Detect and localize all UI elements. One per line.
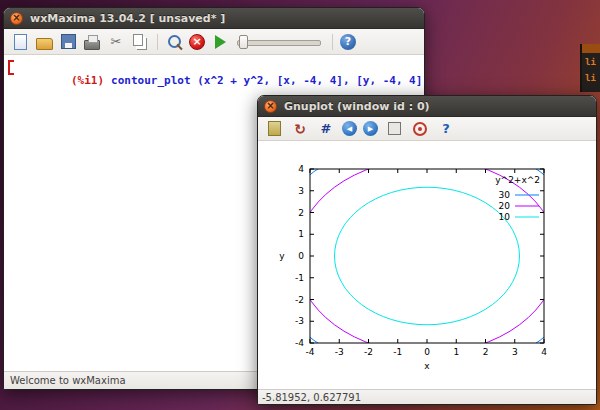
- svg-text:4: 4: [298, 164, 304, 174]
- toolbar-separator: [157, 34, 158, 50]
- find-button[interactable]: [165, 32, 185, 52]
- toggle-grid-button[interactable]: #: [316, 119, 336, 139]
- slider-handle[interactable]: [239, 35, 248, 49]
- svg-text:20: 20: [499, 201, 511, 211]
- replot-button[interactable]: ↻: [290, 119, 310, 139]
- svg-text:4: 4: [541, 347, 547, 357]
- svg-text:3: 3: [512, 347, 518, 357]
- svg-text:x: x: [424, 361, 430, 371]
- svg-text:1: 1: [453, 347, 459, 357]
- input-code[interactable]: contour_plot (x^2 + y^2, [x, -4, 4], [y,…: [111, 74, 425, 87]
- svg-text:-2: -2: [364, 347, 373, 357]
- plot-area[interactable]: -4-3-2-101234-4-3-2-101234xyy^2+x^230201…: [258, 141, 596, 389]
- zoom-next-icon: ▶: [368, 125, 373, 133]
- svg-text:-1: -1: [393, 347, 402, 357]
- svg-text:1: 1: [298, 229, 304, 239]
- svg-text:y: y: [279, 251, 285, 261]
- svg-text:10: 10: [499, 212, 511, 222]
- gnuplot-window[interactable]: × Gnuplot (window id : 0) ↻ # ◀ ▶ ? -4-3…: [257, 95, 597, 405]
- toolbar-separator: [332, 34, 333, 50]
- zoom-previous-button[interactable]: ◀: [342, 121, 357, 136]
- svg-text:-4: -4: [295, 338, 304, 348]
- autoscale-button[interactable]: [384, 119, 404, 139]
- svg-text:y^2+x^2: y^2+x^2: [495, 175, 540, 185]
- svg-text:-1: -1: [295, 273, 304, 283]
- open-button[interactable]: [34, 32, 54, 52]
- interrupt-button[interactable]: ×: [189, 34, 205, 50]
- svg-text:-3: -3: [295, 316, 304, 326]
- terminal-text-line: li: [582, 70, 600, 86]
- close-button[interactable]: ×: [10, 12, 23, 25]
- config-button[interactable]: [410, 119, 430, 139]
- copy-to-clipboard-button[interactable]: [264, 119, 284, 139]
- print-button[interactable]: [82, 32, 102, 52]
- wxmaxima-toolbar: ✂ × ?: [4, 29, 424, 55]
- svg-text:0: 0: [298, 251, 304, 261]
- svg-text:-4: -4: [306, 347, 315, 357]
- svg-text:2: 2: [483, 347, 489, 357]
- gnuplot-statusbar: -5.81952, 0.627791: [258, 389, 596, 404]
- help-button[interactable]: ?: [340, 34, 356, 50]
- animation-slider[interactable]: [237, 33, 321, 51]
- cut-button[interactable]: ✂: [106, 32, 126, 52]
- desktop: li li × wxMaxima 13.04.2 [ unsaved* ] ✂ …: [0, 0, 600, 410]
- wxmaxima-titlebar[interactable]: × wxMaxima 13.04.2 [ unsaved* ]: [4, 8, 424, 29]
- help-icon: ?: [345, 35, 351, 48]
- input-prompt: (%i1): [71, 74, 104, 87]
- help-button[interactable]: ?: [436, 119, 456, 139]
- window-title: wxMaxima 13.04.2 [ unsaved* ]: [30, 12, 225, 25]
- play-button[interactable]: [209, 32, 229, 52]
- svg-text:0: 0: [424, 347, 430, 357]
- new-document-button[interactable]: [10, 32, 30, 52]
- close-icon: ×: [266, 101, 274, 111]
- close-button[interactable]: ×: [264, 100, 277, 113]
- terminal-text-line: li: [582, 54, 600, 70]
- gnuplot-titlebar[interactable]: × Gnuplot (window id : 0): [258, 96, 596, 117]
- zoom-next-button[interactable]: ▶: [363, 121, 378, 136]
- status-text: Welcome to wxMaxima: [10, 375, 126, 386]
- window-title: Gnuplot (window id : 0): [284, 100, 430, 113]
- save-button[interactable]: [58, 32, 78, 52]
- cell-bracket: [8, 60, 14, 75]
- gnuplot-toolbar: ↻ # ◀ ▶ ?: [258, 117, 596, 141]
- close-icon: ×: [12, 13, 20, 23]
- background-terminal-window[interactable]: li li: [580, 44, 600, 92]
- gnuplot-canvas[interactable]: -4-3-2-101234-4-3-2-101234xyy^2+x^230201…: [258, 141, 596, 389]
- svg-text:-2: -2: [295, 295, 304, 305]
- svg-text:30: 30: [499, 190, 511, 200]
- copy-button[interactable]: [130, 32, 150, 52]
- svg-text:2: 2: [298, 208, 304, 218]
- mouse-coordinates: -5.81952, 0.627791: [262, 392, 361, 403]
- stop-icon: ×: [192, 36, 201, 47]
- svg-text:3: 3: [298, 186, 304, 196]
- svg-text:-3: -3: [335, 347, 344, 357]
- zoom-previous-icon: ◀: [347, 125, 352, 133]
